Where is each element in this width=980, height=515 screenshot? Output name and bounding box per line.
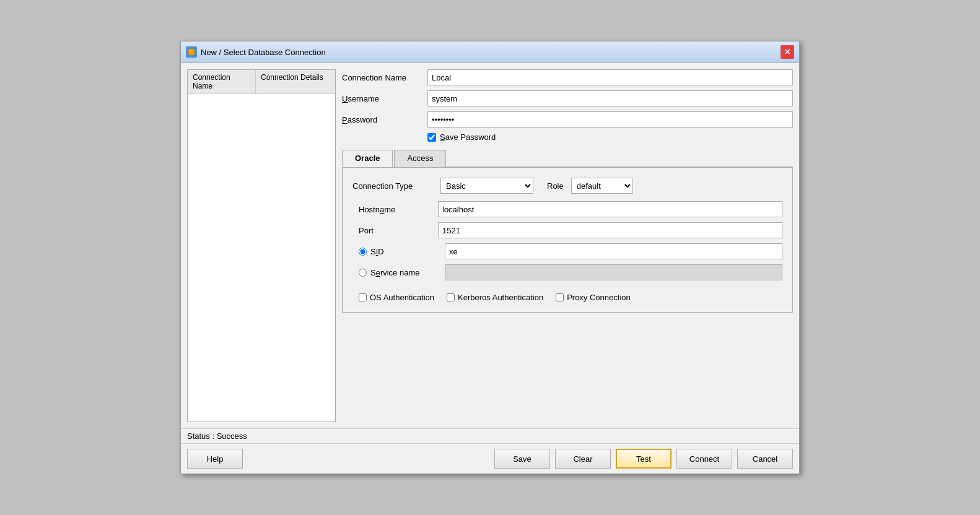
service-name-input[interactable] <box>445 264 782 280</box>
connection-name-label: Connection Name <box>342 73 422 82</box>
service-name-radio[interactable] <box>359 269 367 277</box>
sid-input[interactable] <box>445 243 782 259</box>
kerberos-auth-label[interactable]: Kerberos Authentication <box>458 293 543 302</box>
database-connection-dialog: New / Select Database Connection ✕ Conne… <box>180 41 800 474</box>
status-text: Status : Success <box>187 431 247 441</box>
save-button[interactable]: Save <box>494 449 550 469</box>
status-bar: Status : Success <box>181 428 799 443</box>
connection-list-panel: Connection Name Connection Details <box>187 69 336 422</box>
service-name-label[interactable]: Service name <box>370 268 441 277</box>
proxy-conn-label[interactable]: Proxy Connection <box>567 293 631 302</box>
os-auth-item: OS Authentication <box>359 293 434 302</box>
close-button[interactable]: ✕ <box>781 45 794 59</box>
connect-button[interactable]: Connect <box>676 449 732 469</box>
sid-row: SID <box>359 243 782 259</box>
role-label: Role <box>547 181 564 191</box>
hostname-input[interactable] <box>438 201 782 217</box>
tabs-bar: Oracle Access <box>342 149 793 168</box>
col-header-details: Connection Details <box>256 70 335 93</box>
tab-access[interactable]: Access <box>394 150 446 167</box>
os-auth-checkbox[interactable] <box>359 293 367 301</box>
test-button[interactable]: Test <box>616 449 672 469</box>
connection-type-label: Connection Type <box>352 181 433 191</box>
connection-name-input[interactable] <box>427 69 793 85</box>
username-row: Username <box>342 90 793 106</box>
username-label: Username <box>342 94 422 103</box>
footer-left: Help <box>187 449 243 469</box>
save-password-label[interactable]: Save Password <box>440 132 496 142</box>
help-button[interactable]: Help <box>187 449 243 469</box>
clear-button[interactable]: Clear <box>555 449 611 469</box>
port-row: Port <box>359 222 782 238</box>
tab-content-oracle: Connection Type Basic TNS LDAP Advanced … <box>342 168 793 313</box>
dialog-title: New / Select Database Connection <box>201 48 326 57</box>
hostname-label: Hostname <box>359 205 433 214</box>
kerberos-auth-item: Kerberos Authentication <box>447 293 543 302</box>
connection-type-select[interactable]: Basic TNS LDAP Advanced <box>440 178 533 194</box>
os-auth-label[interactable]: OS Authentication <box>370 293 434 302</box>
save-password-row: Save Password <box>342 132 793 142</box>
connection-form: Connection Name Username Password Save P… <box>342 69 793 422</box>
tabs-container: Oracle Access Connection Type Basic TNS … <box>342 149 793 313</box>
port-input[interactable] <box>438 222 782 238</box>
oracle-fields: Hostname Port SID <box>352 201 782 302</box>
title-bar: New / Select Database Connection ✕ <box>181 41 799 63</box>
footer-right: Save Clear Test Connect Cancel <box>494 449 793 469</box>
sid-radio[interactable] <box>359 248 367 256</box>
username-input[interactable] <box>427 90 793 106</box>
password-row: Password <box>342 111 793 128</box>
cancel-button[interactable]: Cancel <box>737 449 793 469</box>
col-header-name: Connection Name <box>188 70 256 93</box>
db-icon <box>186 46 197 58</box>
proxy-conn-item: Proxy Connection <box>556 293 631 302</box>
dialog-body: Connection Name Connection Details Conne… <box>181 63 799 428</box>
connection-type-row: Connection Type Basic TNS LDAP Advanced … <box>352 178 782 194</box>
save-password-checkbox[interactable] <box>427 133 436 142</box>
list-body[interactable] <box>188 94 335 422</box>
password-label: Password <box>342 115 422 124</box>
kerberos-auth-checkbox[interactable] <box>447 293 455 301</box>
hostname-row: Hostname <box>359 201 782 217</box>
password-input[interactable] <box>427 111 793 128</box>
service-name-row: Service name <box>359 264 782 280</box>
port-label: Port <box>359 226 433 235</box>
sid-label[interactable]: SID <box>370 247 441 256</box>
checkboxes-row: OS Authentication Kerberos Authenticatio… <box>359 293 782 302</box>
proxy-conn-checkbox[interactable] <box>556 293 564 301</box>
footer-buttons: Help Save Clear Test Connect Cancel <box>181 443 799 474</box>
role-select[interactable]: default SYSDBA SYSOPER <box>571 178 633 194</box>
tab-oracle[interactable]: Oracle <box>342 150 393 167</box>
title-bar-left: New / Select Database Connection <box>186 46 326 58</box>
list-header: Connection Name Connection Details <box>188 70 335 94</box>
connection-name-row: Connection Name <box>342 69 793 85</box>
